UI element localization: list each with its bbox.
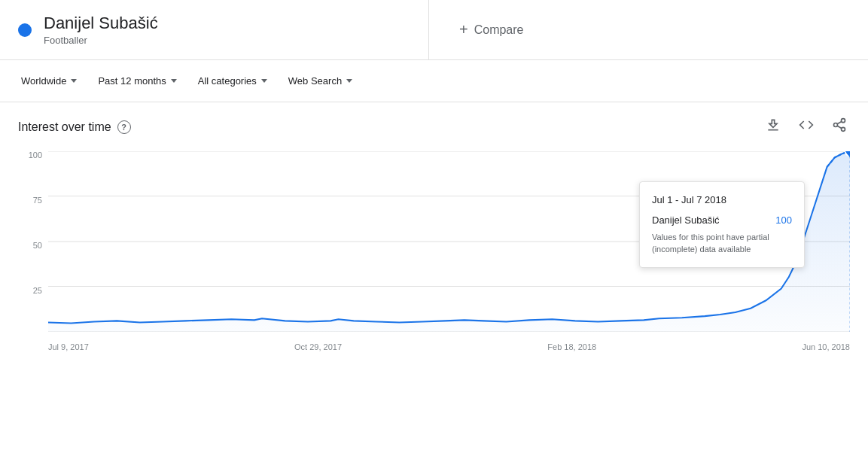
chart-wrapper: 100 75 50 25 [18, 151, 850, 354]
x-axis: Jul 9, 2017 Oct 29, 2017 Feb 18, 2018 Ju… [48, 332, 850, 354]
compare-button[interactable]: + Compare [453, 15, 530, 44]
entity-name: Danijel Subašić [44, 14, 158, 33]
x-label-oct2017: Oct 29, 2017 [294, 342, 342, 351]
y-label-50: 50 [33, 242, 42, 250]
entity-type: Footballer [44, 35, 158, 46]
chart-tooltip: Jul 1 - Jul 7 2018 Danijel Subašić 100 V… [639, 181, 805, 268]
tooltip-entity-name: Danijel Subašić [652, 214, 720, 226]
tooltip-data-row: Danijel Subašić 100 [652, 214, 792, 226]
section-title: Interest over time [18, 120, 111, 134]
compare-section: + Compare [429, 2, 868, 58]
chevron-down-icon [261, 79, 267, 83]
svg-line-4 [837, 122, 842, 124]
share-icon[interactable] [829, 114, 850, 139]
tooltip-date: Jul 1 - Jul 7 2018 [652, 194, 792, 205]
filter-past12months[interactable]: Past 12 months [89, 69, 185, 93]
help-icon[interactable]: ? [117, 120, 131, 134]
header: Danijel Subašić Footballer + Compare [0, 0, 868, 60]
svg-point-1 [834, 123, 838, 127]
section-title-group: Interest over time ? [18, 120, 131, 134]
section-actions [763, 114, 850, 139]
y-label-100: 100 [29, 151, 42, 160]
entity-color-dot [18, 23, 32, 37]
x-label-jul2017: Jul 9, 2017 [48, 342, 89, 351]
chevron-down-icon [346, 79, 352, 83]
filter-past12months-label: Past 12 months [98, 75, 166, 87]
filters-bar: Worldwide Past 12 months All categories … [0, 60, 868, 102]
entity-section: Danijel Subašić Footballer [0, 0, 429, 59]
x-label-jun2018: Jun 10, 2018 [802, 342, 850, 351]
chevron-down-icon [71, 79, 77, 83]
compare-plus-icon: + [459, 21, 468, 38]
filter-worldwide[interactable]: Worldwide [12, 69, 86, 93]
svg-point-0 [842, 119, 845, 123]
y-label-75: 75 [33, 196, 42, 205]
filter-allcategories[interactable]: All categories [189, 69, 276, 93]
compare-label: Compare [474, 23, 524, 37]
chevron-down-icon [171, 79, 177, 83]
filter-websearch[interactable]: Web Search [279, 69, 361, 93]
y-axis: 100 75 50 25 [18, 151, 48, 332]
tooltip-note: Values for this point have partial (inco… [652, 232, 792, 255]
section-header: Interest over time ? [0, 102, 868, 139]
chart-container: 100 75 50 25 [0, 139, 868, 354]
svg-point-2 [842, 128, 845, 132]
y-label-25: 25 [33, 287, 42, 295]
filter-allcategories-label: All categories [198, 75, 257, 87]
download-icon[interactable] [763, 114, 784, 139]
tooltip-value: 100 [775, 214, 792, 226]
filter-websearch-label: Web Search [288, 75, 342, 87]
filter-worldwide-label: Worldwide [21, 75, 66, 87]
embed-icon[interactable] [796, 114, 817, 139]
svg-line-3 [837, 126, 842, 129]
entity-info: Danijel Subašić Footballer [44, 14, 158, 46]
x-label-feb2018: Feb 18, 2018 [547, 342, 596, 351]
